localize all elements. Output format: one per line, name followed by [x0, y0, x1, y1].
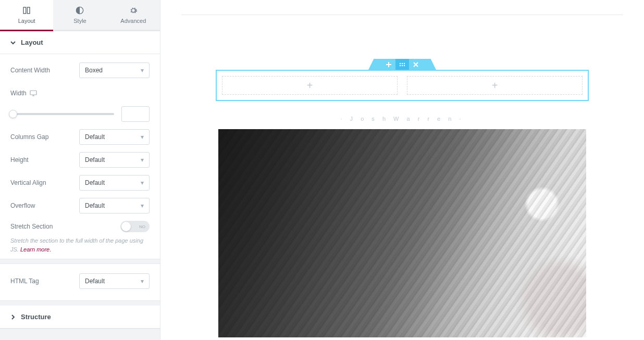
vertical-align-value: Default — [85, 179, 105, 186]
width-input[interactable] — [121, 106, 150, 122]
plus-icon: + — [492, 80, 498, 92]
preview-canvas: + + · J o s h W a r r e n · — [160, 0, 644, 340]
height-select[interactable]: Default ▾ — [79, 152, 150, 168]
caret-right-icon — [10, 314, 16, 320]
content-width-select[interactable]: Boxed ▾ — [79, 62, 150, 78]
width-slider-thumb[interactable] — [9, 110, 17, 118]
edit-section-button[interactable] — [395, 59, 409, 70]
chevron-down-icon: ▾ — [141, 133, 144, 141]
section-layout-header[interactable]: Layout — [0, 31, 160, 54]
height-value: Default — [85, 156, 105, 163]
spacer — [0, 300, 160, 306]
chevron-down-icon: ▾ — [141, 278, 144, 285]
width-label: Width — [10, 90, 37, 97]
handle-wing-right — [423, 59, 436, 70]
svg-point-6 — [404, 62, 405, 64]
gear-icon — [129, 6, 138, 15]
svg-point-4 — [400, 62, 401, 64]
overflow-label: Overflow — [10, 202, 35, 209]
html-tag-label: HTML Tag — [10, 278, 39, 285]
html-tag-value: Default — [85, 278, 105, 285]
section-layout-title: Layout — [21, 39, 43, 46]
desktop-icon[interactable] — [30, 90, 37, 96]
vertical-align-select[interactable]: Default ▾ — [79, 175, 150, 191]
html-tag-select[interactable]: Default ▾ — [79, 273, 150, 289]
panel-tabs: Layout Style Advanced — [0, 0, 160, 31]
hero-image — [218, 129, 586, 337]
tab-layout-label: Layout — [18, 18, 35, 24]
section-structure-title: Structure — [21, 313, 51, 321]
stretch-section-label: Stretch Section — [10, 223, 53, 230]
width-slider[interactable] — [10, 113, 114, 115]
svg-rect-3 — [30, 91, 36, 95]
handle-wing-left — [368, 59, 382, 70]
vertical-align-label: Vertical Align — [10, 179, 46, 186]
column-placeholder-1[interactable]: + — [222, 76, 398, 95]
panel-footer-space — [0, 329, 160, 340]
plus-icon: + — [307, 80, 313, 92]
tab-layout[interactable]: Layout — [0, 0, 53, 30]
svg-point-9 — [404, 65, 405, 66]
svg-point-5 — [402, 62, 403, 64]
stretch-learn-more-link[interactable]: Learn more. — [20, 246, 51, 253]
section-columns: + + — [216, 70, 589, 101]
grip-icon — [399, 62, 405, 67]
tab-advanced[interactable]: Advanced — [107, 0, 160, 30]
caret-down-icon — [10, 40, 16, 45]
figure-caption: · J o s h W a r r e n · — [181, 116, 623, 122]
columns-gap-label: Columns Gap — [10, 133, 48, 141]
chevron-down-icon: ▾ — [141, 67, 144, 74]
chevron-down-icon: ▾ — [141, 179, 144, 186]
tab-style-label: Style — [73, 18, 86, 24]
style-icon — [76, 6, 84, 15]
divider — [0, 259, 160, 264]
editor-panel: Layout Style Advanced Layout Content Wid… — [0, 0, 160, 340]
overflow-select[interactable]: Default ▾ — [79, 198, 150, 213]
canvas-top-divider — [181, 15, 623, 15]
chevron-down-icon: ▾ — [141, 156, 144, 163]
delete-section-button[interactable] — [409, 59, 423, 70]
svg-point-7 — [400, 65, 401, 66]
stretch-help-text: Stretch the section to the full width of… — [10, 236, 150, 254]
content-width-value: Boxed — [85, 67, 103, 74]
overflow-value: Default — [85, 202, 105, 209]
tab-advanced-label: Advanced — [120, 18, 146, 24]
chevron-down-icon: ▾ — [141, 202, 144, 209]
column-placeholder-2[interactable]: + — [407, 76, 583, 95]
tab-style[interactable]: Style — [53, 0, 106, 30]
columns-gap-select[interactable]: Default ▾ — [79, 129, 150, 145]
svg-point-8 — [402, 65, 403, 66]
stretch-section-toggle[interactable]: NO — [120, 221, 150, 232]
selected-section[interactable]: + + — [216, 70, 589, 101]
columns-gap-value: Default — [85, 133, 105, 141]
add-section-button[interactable] — [382, 59, 395, 70]
stretch-section-state: NO — [139, 224, 145, 229]
section-handle — [368, 59, 436, 70]
section-structure-header[interactable]: Structure — [0, 306, 160, 329]
height-label: Height — [10, 156, 29, 163]
layout-icon — [22, 6, 31, 15]
svg-rect-1 — [27, 7, 30, 14]
svg-rect-0 — [23, 7, 26, 14]
content-width-label: Content Width — [10, 67, 50, 74]
section-layout-body: Content Width Boxed ▾ Width Colum — [0, 54, 160, 300]
plus-icon — [386, 62, 391, 67]
close-icon — [413, 62, 418, 67]
